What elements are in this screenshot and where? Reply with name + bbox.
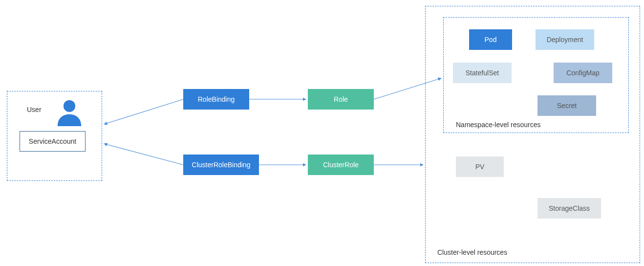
diagram-canvas: User ServiceAccount RoleBinding ClusterR… bbox=[0, 0, 644, 266]
pod-node: Pod bbox=[469, 29, 512, 50]
deployment-node: Deployment bbox=[536, 29, 594, 50]
storageclass-node: StorageClass bbox=[537, 198, 601, 219]
svg-point-0 bbox=[64, 100, 75, 112]
cluster-role-node: ClusterRole bbox=[308, 155, 374, 175]
cluster-resources-title: Cluster-level resources bbox=[437, 248, 507, 256]
service-account-node: ServiceAccount bbox=[20, 131, 86, 152]
namespace-resources-title: Namespace-level resources bbox=[456, 121, 541, 129]
cluster-role-binding-node: ClusterRoleBinding bbox=[183, 155, 259, 175]
arrow-rolebinding-to-subjects bbox=[104, 99, 183, 124]
user-label: User bbox=[27, 106, 42, 113]
statefulset-node: StatefulSet bbox=[453, 63, 512, 83]
role-node: Role bbox=[308, 89, 374, 110]
secret-node: Secret bbox=[537, 95, 596, 116]
user-icon bbox=[55, 98, 84, 126]
configmap-node: ConfigMap bbox=[554, 63, 612, 83]
role-binding-node: RoleBinding bbox=[183, 89, 249, 110]
pv-node: PV bbox=[456, 156, 504, 177]
arrow-clusterrolebinding-to-subjects bbox=[104, 144, 183, 165]
